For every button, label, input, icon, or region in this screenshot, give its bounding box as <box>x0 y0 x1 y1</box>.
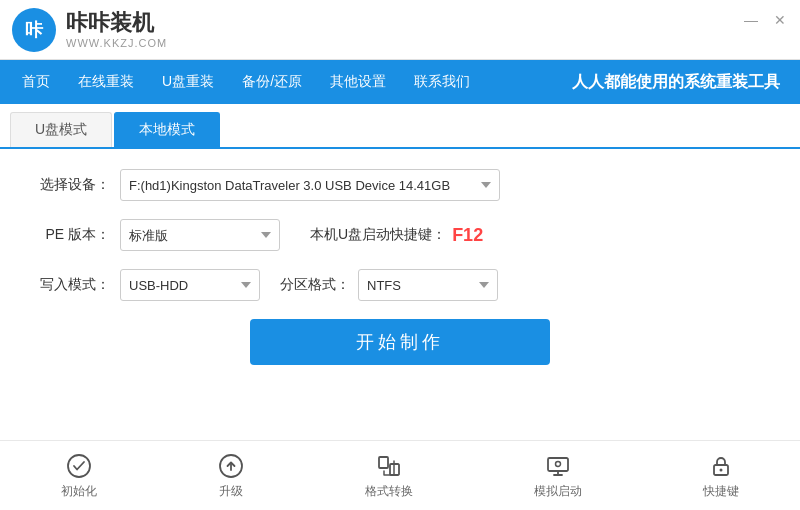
nav-bar: 首页 在线重装 U盘重装 备份/还原 其他设置 联系我们 人人都能使用的系统重装… <box>0 60 800 104</box>
device-label: 选择设备： <box>30 176 110 194</box>
app-logo: 咔 <box>12 8 56 52</box>
app-name: 咔咔装机 <box>66 10 167 36</box>
tool-convert-label: 格式转换 <box>365 483 413 500</box>
nav-item-settings[interactable]: 其他设置 <box>316 60 400 104</box>
check-circle-icon <box>66 453 92 479</box>
tool-convert[interactable]: 格式转换 <box>349 449 429 504</box>
app-url: WWW.KKZJ.COM <box>66 37 167 49</box>
tool-shortcut-label: 快捷键 <box>703 483 739 500</box>
title-bar: 咔 咔咔装机 WWW.KKZJ.COM — ✕ <box>0 0 800 60</box>
shortcut-prefix: 本机U盘启动快捷键： <box>310 226 446 244</box>
person-screen-icon <box>545 453 571 479</box>
tab-bar: U盘模式 本地模式 <box>0 104 800 149</box>
svg-point-0 <box>68 455 90 477</box>
svg-point-10 <box>720 469 723 472</box>
tool-initialize[interactable]: 初始化 <box>45 449 113 504</box>
tool-shortcut[interactable]: 快捷键 <box>687 449 755 504</box>
nav-item-udisk[interactable]: U盘重装 <box>148 60 228 104</box>
device-select[interactable]: F:(hd1)Kingston DataTraveler 3.0 USB Dev… <box>120 169 500 201</box>
write-select[interactable]: USB-HDD <box>120 269 260 301</box>
pe-label: PE 版本： <box>30 226 110 244</box>
nav-item-backup[interactable]: 备份/还原 <box>228 60 316 104</box>
tool-upgrade[interactable]: 升级 <box>202 449 260 504</box>
form-area: 选择设备： F:(hd1)Kingston DataTraveler 3.0 U… <box>0 149 800 440</box>
partition-select[interactable]: NTFS <box>358 269 498 301</box>
convert-icon <box>376 453 402 479</box>
nav-slogan: 人人都能使用的系统重装工具 <box>572 72 800 93</box>
tab-udisk[interactable]: U盘模式 <box>10 112 112 147</box>
svg-rect-5 <box>548 458 568 471</box>
lock-icon <box>708 453 734 479</box>
tab-local[interactable]: 本地模式 <box>114 112 220 147</box>
bottom-toolbar: 初始化 升级 格式转换 <box>0 440 800 510</box>
tool-simulate-label: 模拟启动 <box>534 483 582 500</box>
start-button[interactable]: 开始制作 <box>250 319 550 365</box>
nav-item-contact[interactable]: 联系我们 <box>400 60 484 104</box>
pe-row: PE 版本： 标准版 本机U盘启动快捷键： F12 <box>30 219 770 251</box>
window-controls: — ✕ <box>740 10 790 30</box>
svg-point-8 <box>556 462 561 467</box>
write-label: 写入模式： <box>30 276 110 294</box>
shortcut-key: F12 <box>452 225 483 246</box>
main-area: U盘模式 本地模式 选择设备： F:(hd1)Kingston DataTrav… <box>0 104 800 510</box>
write-row: 写入模式： USB-HDD 分区格式： NTFS <box>30 269 770 301</box>
close-button[interactable]: ✕ <box>770 10 790 30</box>
minimize-button[interactable]: — <box>740 10 762 30</box>
app-title-block: 咔咔装机 WWW.KKZJ.COM <box>66 10 167 48</box>
tool-simulate[interactable]: 模拟启动 <box>518 449 598 504</box>
logo-text: 咔 <box>25 18 43 42</box>
nav-item-online[interactable]: 在线重装 <box>64 60 148 104</box>
svg-rect-3 <box>379 457 388 468</box>
device-row: 选择设备： F:(hd1)Kingston DataTraveler 3.0 U… <box>30 169 770 201</box>
upload-circle-icon <box>218 453 244 479</box>
tool-initialize-label: 初始化 <box>61 483 97 500</box>
tool-upgrade-label: 升级 <box>219 483 243 500</box>
partition-label: 分区格式： <box>280 276 350 294</box>
nav-item-home[interactable]: 首页 <box>8 60 64 104</box>
pe-select[interactable]: 标准版 <box>120 219 280 251</box>
